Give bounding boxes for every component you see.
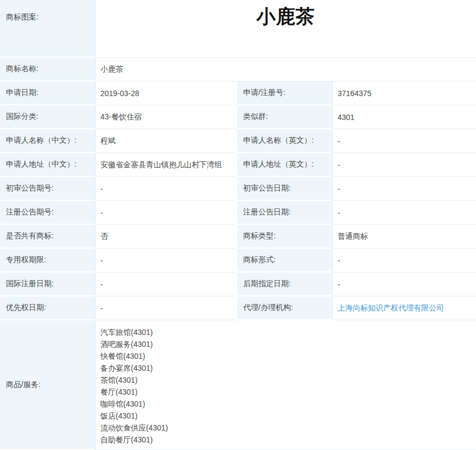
field-value-name: 小鹿茶 (96, 58, 476, 81)
field-value: 2019-03-28 (96, 81, 237, 105)
field-value: - (333, 177, 476, 201)
field-label: 申请人地址（英文）: (237, 153, 333, 177)
field-value: - (96, 296, 237, 320)
field-value-text: 程斌 (100, 136, 116, 146)
field-value: - (333, 249, 476, 272)
field-value: - (333, 272, 476, 296)
table-row: 注册公告期号: - 注册公告日期: - (0, 201, 475, 225)
agency-link[interactable]: 上海尚标知识产权代理有限公司 (338, 303, 444, 313)
field-label: 商标形式: (237, 249, 333, 272)
field-label: 优先权日期: (0, 296, 96, 320)
table-row: 申请人名称（中文）: 程斌 申请人名称（英文）: - (0, 129, 475, 153)
field-label-text: 优先权日期: (6, 303, 46, 313)
table-row-image: 商标图案: 小鹿茶 (0, 0, 475, 58)
field-label-text: 专用权期限: (6, 255, 46, 265)
table-row: 优先权日期: - 代理/办理机构: 上海尚标知识产权代理有限公司 (0, 296, 475, 320)
field-label: 国际注册日期: (0, 272, 96, 296)
field-value: 43-餐饮住宿 (96, 105, 237, 129)
field-value: - (333, 201, 476, 225)
field-value-text: - (338, 280, 340, 289)
field-label-text: 代理/办理机构: (243, 303, 293, 313)
field-label: 申请人名称（中文）: (0, 129, 96, 153)
field-label-text: 申请人地址（中文）: (6, 160, 77, 169)
field-value-text: - (100, 280, 103, 289)
field-label: 类似群: (237, 105, 333, 129)
field-value: - (96, 272, 237, 296)
field-label-text: 商标名称: (6, 64, 39, 74)
field-value-text: - (100, 256, 103, 265)
trademark-image-cell: 小鹿茶 (96, 0, 476, 58)
field-label-text: 是否共有商标: (6, 231, 54, 241)
field-label: 申请人地址（中文）: (0, 153, 96, 177)
field-value-text: 37164375 (338, 89, 371, 98)
service-item: 饭店(4301) (100, 410, 168, 422)
field-label: 国际分类: (0, 105, 96, 129)
service-item: 咖啡馆(4301) (100, 398, 168, 410)
service-item: 茶馆(4301) (100, 374, 168, 386)
service-item: 自助餐厅(4301) (100, 434, 168, 446)
field-value-text: - (100, 208, 103, 217)
field-label-text: 后期指定日期: (243, 279, 291, 289)
field-label: 注册公告日期: (237, 201, 333, 225)
table-row: 申请日期: 2019-03-28 申请/注册号: 37164375 (0, 81, 475, 105)
trademark-detail-table: 商标图案: 小鹿茶 商标名称: 小鹿茶 申请日期: 2019-03-28 申请/… (0, 0, 476, 450)
field-value: - (96, 201, 237, 225)
field-label-text: 申请/注册号: (243, 88, 285, 98)
field-value: 否 (96, 225, 237, 249)
field-label-image: 商标图案: (0, 0, 96, 58)
field-label-services: 商品/服务: (0, 320, 96, 450)
field-label-text: 申请日期: (6, 88, 39, 98)
field-value-agency: 上海尚标知识产权代理有限公司 (333, 296, 476, 320)
field-value-text: 2019-03-28 (100, 89, 139, 98)
table-row: 申请人地址（中文）: 安徽省金寨县青山镇抱儿山村下湾组 申请人地址（英文）: - (0, 153, 475, 177)
field-label: 申请/注册号: (237, 81, 333, 105)
table-row: 是否共有商标: 否 商标类型: 普通商标 (0, 225, 475, 249)
service-item: 餐厅(4301) (100, 386, 168, 398)
field-label-text: 初审公告日期: (243, 183, 291, 193)
field-label: 初审公告期号: (0, 177, 96, 201)
field-label-text: 商品/服务: (6, 380, 41, 390)
field-label: 代理/办理机构: (237, 296, 333, 320)
field-label-text: 注册公告期号: (6, 207, 54, 217)
field-label: 商标类型: (237, 225, 333, 249)
field-value: - (333, 153, 476, 177)
field-value: 37164375 (333, 81, 476, 105)
field-label: 申请人名称（英文）: (237, 129, 333, 153)
table-row: 初审公告期号: - 初审公告日期: - (0, 177, 475, 201)
table-row: 国际注册日期: - 后期指定日期: - (0, 272, 475, 296)
field-label-text: 商标图案: (6, 12, 39, 22)
field-label-text: 国际分类: (6, 112, 39, 122)
field-value: - (333, 129, 476, 153)
field-value-text: - (338, 137, 340, 145)
field-value-text: - (338, 256, 340, 265)
service-item: 酒吧服务(4301) (100, 338, 168, 350)
field-value: 普通商标 (333, 225, 476, 249)
field-label-text: 注册公告日期: (243, 207, 291, 217)
field-value-text: 安徽省金寨县青山镇抱儿山村下湾组 (100, 160, 222, 170)
field-label-text: 类似群: (243, 112, 268, 122)
field-label: 注册公告期号: (0, 201, 96, 225)
field-value-text: 4301 (338, 113, 354, 122)
services-list-cell: 汽车旅馆(4301) 酒吧服务(4301) 快餐馆(4301) 备办宴席(430… (96, 320, 476, 450)
table-row-name: 商标名称: 小鹿茶 (0, 58, 475, 81)
field-label-text: 初审公告期号: (6, 183, 54, 193)
field-value: 程斌 (96, 129, 237, 153)
field-value-text: - (100, 304, 103, 313)
field-value-text: 普通商标 (338, 232, 368, 242)
trademark-logo-text: 小鹿茶 (257, 4, 315, 29)
field-value: 4301 (333, 105, 476, 129)
field-label: 申请日期: (0, 81, 96, 105)
field-label-text: 商标形式: (243, 255, 276, 265)
field-label-name: 商标名称: (0, 58, 96, 81)
field-label: 初审公告日期: (237, 177, 333, 201)
field-label-text: 商标类型: (243, 231, 276, 241)
field-value-text: 43-餐饮住宿 (100, 112, 142, 122)
table-row-services: 商品/服务: 汽车旅馆(4301) 酒吧服务(4301) 快餐馆(4301) 备… (0, 320, 475, 450)
field-value: - (96, 177, 237, 201)
field-label-text: 国际注册日期: (6, 279, 54, 289)
field-label: 是否共有商标: (0, 225, 96, 249)
field-value: 安徽省金寨县青山镇抱儿山村下湾组 (96, 153, 237, 177)
field-value-text: - (338, 185, 340, 193)
field-label: 后期指定日期: (237, 272, 333, 296)
service-item: 汽车旅馆(4301) (100, 326, 168, 338)
